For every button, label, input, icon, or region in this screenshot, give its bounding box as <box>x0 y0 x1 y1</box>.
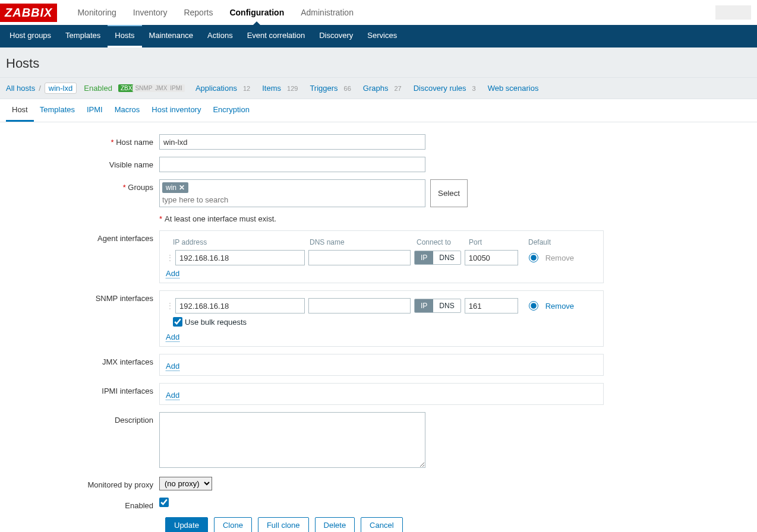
snmp-conn-dns[interactable]: DNS <box>433 299 460 312</box>
link-discovery[interactable]: Discovery rules <box>414 84 466 93</box>
ipmi-interfaces-box: Add <box>159 383 604 405</box>
ipmi-add-link[interactable]: Add <box>166 391 179 400</box>
label-visiblename: Visible name <box>6 157 159 172</box>
snmp-ip-input[interactable] <box>175 298 305 314</box>
top-bar: ZABBIX Monitoring Inventory Reports Conf… <box>0 0 757 25</box>
agent-remove-link: Remove <box>545 254 574 262</box>
input-visiblename[interactable] <box>159 157 425 172</box>
availability-tags: ZBX SNMP JMX IPMI <box>118 84 185 92</box>
snmp-dns-input[interactable] <box>308 298 411 314</box>
snmp-connectto-toggle[interactable]: IP DNS <box>414 299 461 313</box>
subnav-templates[interactable]: Templates <box>58 25 108 48</box>
tag-jmx: JMX <box>153 84 169 92</box>
page-header: Hosts <box>0 48 757 78</box>
label-description: Description <box>6 412 159 470</box>
col-default: Default <box>528 238 570 246</box>
tab-encryption[interactable]: Encryption <box>207 99 255 122</box>
label-proxy: Monitored by proxy <box>6 477 159 490</box>
jmx-interfaces-box: Add <box>159 354 604 376</box>
enabled-checkbox[interactable] <box>159 498 169 507</box>
crumb-all-hosts[interactable]: All hosts <box>6 84 35 93</box>
agent-conn-ip[interactable]: IP <box>415 251 433 264</box>
snmp-add-link[interactable]: Add <box>166 332 179 342</box>
snmp-conn-ip[interactable]: IP <box>415 299 433 312</box>
drag-handle-icon[interactable]: ⋮⋮ <box>166 253 172 262</box>
link-applications[interactable]: Applications <box>195 84 237 93</box>
subnav-actions[interactable]: Actions <box>200 25 240 48</box>
snmp-bulk-checkbox[interactable] <box>173 317 182 327</box>
jmx-add-link[interactable]: Add <box>166 362 179 371</box>
groups-search-input[interactable] <box>162 195 422 204</box>
tab-ipmi[interactable]: IPMI <box>81 99 109 122</box>
label-jmx-if: JMX interfaces <box>6 354 159 376</box>
subnav-hostgroups[interactable]: Host groups <box>2 25 58 48</box>
form-tabs: Host Templates IPMI Macros Host inventor… <box>0 99 757 122</box>
tab-templates[interactable]: Templates <box>34 99 81 122</box>
label-groups: * Groups <box>6 179 159 207</box>
col-ip: IP address <box>173 238 310 246</box>
agent-ip-input[interactable] <box>175 250 305 265</box>
label-agent-if: Agent interfaces <box>6 230 159 283</box>
clone-button[interactable]: Clone <box>214 517 252 532</box>
input-hostname[interactable] <box>159 134 425 150</box>
col-dns: DNS name <box>310 238 417 246</box>
count-graphs: 27 <box>394 85 401 92</box>
agent-interfaces-box: IP address DNS name Connect to Port Defa… <box>159 230 604 283</box>
snmp-default-radio[interactable] <box>529 301 538 311</box>
update-button[interactable]: Update <box>165 517 208 532</box>
select-groups-button[interactable]: Select <box>430 179 468 207</box>
count-discovery: 3 <box>472 85 476 92</box>
subnav-maintenance[interactable]: Maintenance <box>142 25 200 48</box>
tab-hostinv[interactable]: Host inventory <box>146 99 207 122</box>
agent-port-input[interactable] <box>465 250 518 265</box>
count-applications: 12 <box>243 85 250 92</box>
nav-inventory[interactable]: Inventory <box>125 1 176 24</box>
snmp-interfaces-box: ⋮⋮ IP DNS Remove Use bulk requests Add <box>159 290 604 347</box>
nav-administration[interactable]: Administration <box>292 1 362 24</box>
cancel-button[interactable]: Cancel <box>361 517 402 532</box>
full-clone-button[interactable]: Full clone <box>258 517 309 532</box>
link-graphs[interactable]: Graphs <box>363 84 389 93</box>
snmp-port-input[interactable] <box>465 298 518 314</box>
tab-macros[interactable]: Macros <box>109 99 146 122</box>
subnav-hosts[interactable]: Hosts <box>108 25 141 48</box>
logo: ZABBIX <box>0 4 57 22</box>
delete-button[interactable]: Delete <box>315 517 355 532</box>
nav-monitoring[interactable]: Monitoring <box>69 1 124 24</box>
proxy-select[interactable]: (no proxy) <box>159 477 212 490</box>
count-triggers: 66 <box>344 85 351 92</box>
col-port: Port <box>469 238 528 246</box>
tag-snmp: SNMP <box>133 84 154 92</box>
subnav-eventcorr[interactable]: Event correlation <box>240 25 313 48</box>
group-chip[interactable]: win✕ <box>162 182 188 193</box>
count-items: 129 <box>287 85 298 92</box>
status-enabled: Enabled <box>84 84 112 93</box>
nav-reports[interactable]: Reports <box>175 1 221 24</box>
agent-dns-input[interactable] <box>308 250 411 265</box>
label-hostname: * Host name <box>6 134 159 150</box>
action-buttons: Update Clone Full clone Delete Cancel <box>165 517 751 532</box>
label-snmp-if: SNMP interfaces <box>6 290 159 347</box>
groups-multiselect[interactable]: win✕ <box>159 179 425 207</box>
drag-handle-icon[interactable]: ⋮⋮ <box>166 301 172 311</box>
agent-add-link[interactable]: Add <box>166 269 179 278</box>
snmp-remove-link[interactable]: Remove <box>545 302 574 311</box>
sub-nav: Host groups Templates Hosts Maintenance … <box>0 25 757 48</box>
agent-default-radio[interactable] <box>529 253 538 262</box>
remove-chip-icon[interactable]: ✕ <box>179 183 185 192</box>
top-right-box <box>715 5 751 20</box>
link-triggers[interactable]: Triggers <box>310 84 338 93</box>
link-items[interactable]: Items <box>262 84 281 93</box>
form-wrap: * Host name Visible name * Groups win✕ S… <box>0 122 757 532</box>
description-textarea[interactable] <box>159 412 425 468</box>
subnav-discovery[interactable]: Discovery <box>312 25 360 48</box>
nav-configuration[interactable]: Configuration <box>221 1 292 24</box>
top-nav: Monitoring Inventory Reports Configurati… <box>69 1 361 24</box>
tab-host[interactable]: Host <box>6 99 34 122</box>
agent-conn-dns[interactable]: DNS <box>433 251 460 264</box>
subnav-services[interactable]: Services <box>360 25 404 48</box>
snmp-bulk-label: Use bulk requests <box>185 318 247 327</box>
agent-connectto-toggle[interactable]: IP DNS <box>414 251 461 265</box>
link-web[interactable]: Web scenarios <box>488 84 539 93</box>
crumb-host[interactable]: win-lxd <box>45 83 77 94</box>
